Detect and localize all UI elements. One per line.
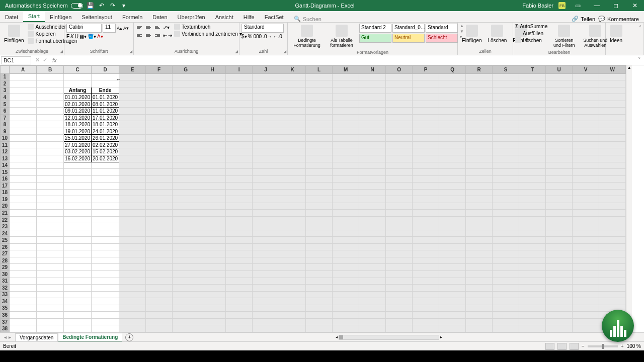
- cell-L36[interactable]: [306, 312, 333, 319]
- cell-B36[interactable]: [37, 312, 64, 319]
- cell-E14[interactable]: [119, 162, 146, 169]
- cell-Q2[interactable]: [439, 80, 466, 87]
- cell-T34[interactable]: [519, 298, 546, 305]
- cell-V18[interactable]: [573, 189, 599, 196]
- cell-T13[interactable]: [519, 155, 546, 162]
- cell-A31[interactable]: [10, 278, 37, 285]
- cell-E21[interactable]: [119, 210, 146, 217]
- cell-A18[interactable]: [10, 189, 37, 196]
- cell-T25[interactable]: [519, 237, 546, 244]
- formula-expand-icon[interactable]: ˅: [635, 57, 644, 63]
- cell-L4[interactable]: [306, 94, 333, 101]
- cell-I27[interactable]: [226, 250, 253, 257]
- cell-O3[interactable]: [386, 87, 413, 94]
- col-header-B[interactable]: B: [37, 66, 64, 74]
- cell-K7[interactable]: [279, 114, 306, 121]
- cell-K29[interactable]: [279, 264, 306, 271]
- cell-G17[interactable]: [173, 183, 199, 190]
- cell-J13[interactable]: [253, 155, 279, 162]
- cell-L9[interactable]: [306, 128, 333, 135]
- cell-T10[interactable]: [519, 135, 546, 142]
- cell-O36[interactable]: [386, 312, 413, 319]
- row-header-5[interactable]: 5: [1, 101, 10, 108]
- cell-O33[interactable]: [386, 291, 413, 298]
- cell-I7[interactable]: [226, 114, 253, 121]
- cell-E37[interactable]: [119, 318, 146, 325]
- cell-M5[interactable]: [333, 101, 359, 108]
- cell-H38[interactable]: [199, 325, 226, 332]
- cell-V34[interactable]: [573, 298, 599, 305]
- cell-P1[interactable]: [413, 73, 439, 80]
- bold-button[interactable]: F: [66, 34, 69, 39]
- cell-R8[interactable]: [466, 121, 493, 128]
- comma-button[interactable]: 000: [253, 34, 262, 39]
- cell-H33[interactable]: [199, 291, 226, 298]
- cell-C17[interactable]: [64, 183, 92, 190]
- cell-A2[interactable]: [10, 80, 37, 87]
- cell-K36[interactable]: [279, 312, 306, 319]
- vertical-scrollbar[interactable]: ▲ ▼: [626, 65, 632, 332]
- cell-U30[interactable]: [546, 271, 573, 278]
- cell-D8[interactable]: 18.01.2020: [92, 121, 119, 128]
- cell-W8[interactable]: [599, 121, 626, 128]
- conditional-format-button[interactable]: Bedingte Formatierung: [290, 24, 324, 49]
- cell-P36[interactable]: [413, 312, 439, 319]
- cell-F20[interactable]: [146, 203, 173, 210]
- cell-B14[interactable]: [37, 162, 64, 169]
- cell-H3[interactable]: [199, 87, 226, 94]
- cell-F36[interactable]: [146, 312, 173, 319]
- cell-B34[interactable]: [37, 298, 64, 305]
- cell-L31[interactable]: [306, 278, 333, 285]
- cell-B7[interactable]: [37, 114, 64, 121]
- cell-V32[interactable]: [573, 285, 599, 292]
- cell-J25[interactable]: [253, 237, 279, 244]
- zoom-out-button[interactable]: −: [582, 343, 585, 349]
- cell-A13[interactable]: [10, 155, 37, 162]
- cell-N16[interactable]: [359, 175, 386, 183]
- cell-H14[interactable]: [199, 162, 226, 169]
- cell-N11[interactable]: [359, 141, 386, 148]
- cell-U26[interactable]: [546, 243, 573, 250]
- cell-F19[interactable]: [146, 196, 173, 203]
- cell-M29[interactable]: [333, 264, 359, 271]
- cell-D12[interactable]: 15.02.2020: [92, 148, 119, 155]
- cell-R5[interactable]: [466, 101, 493, 108]
- cell-J38[interactable]: [253, 325, 279, 332]
- cell-W31[interactable]: [599, 278, 626, 285]
- cell-Q26[interactable]: [439, 243, 466, 250]
- share-button[interactable]: 🔗 Teilen: [572, 16, 595, 22]
- cell-J6[interactable]: [253, 108, 279, 115]
- cell-B15[interactable]: [37, 169, 64, 176]
- cell-V25[interactable]: [573, 237, 599, 244]
- cell-M28[interactable]: [333, 257, 359, 264]
- cell-G21[interactable]: [173, 210, 199, 217]
- cell-R20[interactable]: [466, 203, 493, 210]
- cell-J24[interactable]: [253, 230, 279, 237]
- cell-Q22[interactable]: [439, 216, 466, 223]
- cell-V14[interactable]: [573, 162, 599, 169]
- cell-M33[interactable]: [333, 291, 359, 298]
- cell-A20[interactable]: [10, 203, 37, 210]
- sheet-nav-next[interactable]: ▸: [9, 334, 11, 340]
- cell-M8[interactable]: [333, 121, 359, 128]
- cell-I25[interactable]: [226, 237, 253, 244]
- cell-C38[interactable]: [64, 325, 92, 332]
- cell-H26[interactable]: [199, 243, 226, 250]
- cell-P27[interactable]: [413, 250, 439, 257]
- cell-S12[interactable]: [493, 148, 519, 155]
- cell-I12[interactable]: [226, 148, 253, 155]
- style-bad[interactable]: Schlecht: [426, 34, 458, 43]
- cell-L17[interactable]: [306, 183, 333, 190]
- cell-N27[interactable]: [359, 250, 386, 257]
- percent-button[interactable]: %: [248, 34, 253, 39]
- cell-L10[interactable]: [306, 135, 333, 142]
- cell-K22[interactable]: [279, 216, 306, 223]
- cell-K11[interactable]: [279, 141, 306, 148]
- cell-W21[interactable]: [599, 210, 626, 217]
- cell-W33[interactable]: [599, 291, 626, 298]
- row-header-28[interactable]: 28: [1, 257, 10, 264]
- cell-W22[interactable]: [599, 216, 626, 223]
- cell-A1[interactable]: [10, 73, 37, 80]
- cell-J17[interactable]: [253, 183, 279, 190]
- cell-M34[interactable]: [333, 298, 359, 305]
